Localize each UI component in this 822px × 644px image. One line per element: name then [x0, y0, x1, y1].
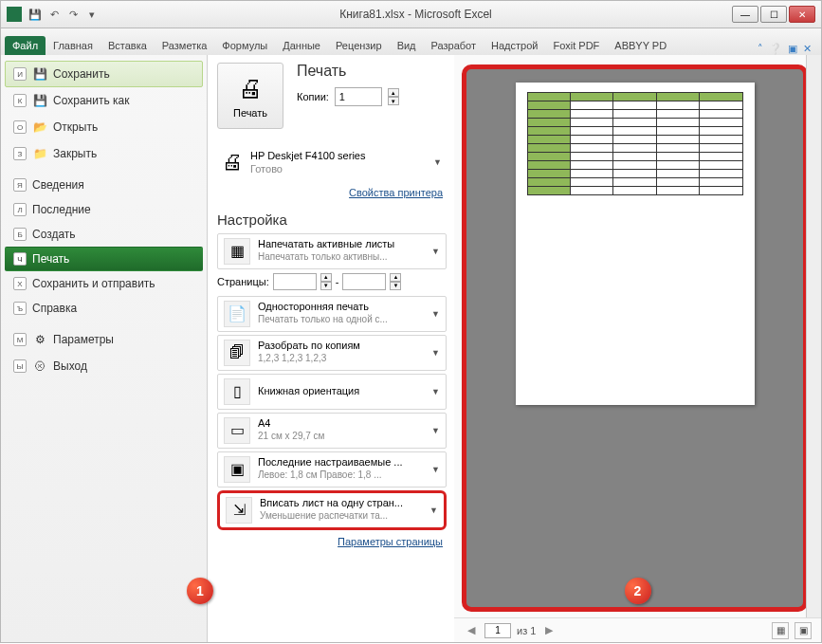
chevron-down-icon: ▼: [433, 157, 442, 167]
orientation-icon: ▯: [224, 378, 250, 405]
opt-collate[interactable]: 🗐 Разобрать по копиям1,2,3 1,2,3 1,2,3 ▼: [217, 335, 447, 371]
tab-layout[interactable]: Разметка: [155, 36, 215, 55]
tab-view[interactable]: Вид: [390, 36, 424, 55]
key-hint: Х: [13, 277, 27, 290]
printer-status: Готово: [250, 162, 426, 175]
chevron-down-icon: ▼: [429, 506, 438, 515]
exit-icon: ⮾: [32, 359, 47, 374]
tab-insert[interactable]: Вставка: [100, 36, 155, 55]
preview-navigation: ◀ из 1 ▶ ▦ ▣: [454, 617, 821, 642]
doc-close-icon[interactable]: ✕: [803, 43, 812, 55]
margins-icon: ▣: [224, 456, 250, 483]
qat-undo-icon[interactable]: ↶: [46, 7, 62, 22]
maximize-button[interactable]: ☐: [760, 6, 787, 23]
opt-sides[interactable]: 📄 Односторонняя печатьПечатать только на…: [217, 296, 447, 332]
sidebar-label: Выход: [53, 359, 87, 373]
page-setup-link[interactable]: Параметры страницы: [217, 536, 443, 547]
close-button[interactable]: ✕: [789, 6, 815, 23]
chevron-down-icon: ▼: [431, 465, 440, 474]
window-titlebar: 💾 ↶ ↷ ▾ Книга81.xlsx - Microsoft Excel —…: [0, 0, 822, 28]
tab-data[interactable]: Данные: [275, 36, 328, 55]
qat-save-icon[interactable]: 💾: [27, 7, 43, 22]
help-icon[interactable]: ❔: [769, 43, 782, 55]
saveas-icon: 💾: [32, 93, 47, 108]
tab-abbyy[interactable]: ABBYY PD: [607, 36, 674, 55]
sidebar-item-share[interactable]: Х Сохранить и отправить: [5, 271, 203, 296]
copies-spinner[interactable]: ▲▼: [388, 88, 399, 105]
tab-foxit[interactable]: Foxit PDF: [545, 36, 607, 55]
print-button-label: Печать: [233, 107, 267, 119]
page-current-input[interactable]: [484, 623, 511, 638]
callout-1: 1: [187, 578, 213, 604]
page-to-spinner[interactable]: ▲▼: [390, 273, 401, 290]
chevron-down-icon: ▼: [431, 426, 440, 435]
tab-home[interactable]: Главная: [46, 36, 100, 55]
page-from-input[interactable]: [273, 273, 317, 290]
qat-redo-icon[interactable]: ↷: [65, 7, 81, 22]
key-hint: З: [13, 147, 27, 160]
key-hint: Б: [13, 228, 27, 241]
zoom-to-page-button[interactable]: ▣: [795, 622, 812, 639]
printer-selector[interactable]: 🖨 HP Deskjet F4100 series Готово ▼: [217, 144, 447, 181]
chevron-down-icon: ▼: [431, 348, 440, 358]
opt-fit-to-page[interactable]: ⇲ Вписать лист на одну стран...Уменьшени…: [217, 490, 447, 530]
print-settings-panel: 🖨 Печать Печать Копии: ▲▼ 🖨 HP Deskjet F…: [208, 55, 454, 642]
quick-access-toolbar: 💾 ↶ ↷ ▾: [27, 7, 100, 22]
sidebar-item-close[interactable]: З 📁 Закрыть: [5, 140, 203, 167]
window-restore-icon[interactable]: ▣: [788, 43, 797, 55]
minimize-ribbon-icon[interactable]: ˄: [758, 43, 763, 55]
print-button[interactable]: 🖨 Печать: [217, 63, 283, 129]
preview-page: [516, 83, 755, 405]
tab-formulas[interactable]: Формулы: [214, 36, 275, 55]
sidebar-label: Сохранить и отправить: [32, 277, 155, 290]
sidebar-item-options[interactable]: М ⚙ Параметры: [5, 326, 203, 353]
sheets-icon: ▦: [224, 238, 250, 265]
sidebar-item-saveas[interactable]: К 💾 Сохранить как: [5, 87, 203, 114]
sidebar-item-recent[interactable]: Л Последние: [5, 197, 203, 222]
sidebar-item-help[interactable]: Ъ Справка: [5, 296, 203, 321]
sidebar-label: Сохранить как: [53, 94, 129, 107]
tab-review[interactable]: Рецензир: [328, 36, 390, 55]
key-hint: Ч: [13, 252, 27, 266]
sidebar-label: Сведения: [32, 178, 84, 192]
sidebar-label: Параметры: [53, 333, 114, 346]
prev-page-button[interactable]: ◀: [464, 624, 479, 636]
printer-properties-link[interactable]: Свойства принтера: [217, 187, 443, 198]
copies-input[interactable]: [335, 87, 382, 106]
sidebar-label: Печать: [32, 252, 69, 266]
sidebar-item-open[interactable]: О 📂 Открыть: [5, 114, 203, 140]
key-hint: Я: [13, 178, 27, 192]
app-icon: [7, 7, 22, 22]
close-doc-icon: 📁: [32, 146, 47, 161]
print-heading: Печать: [297, 63, 399, 80]
pages-range: Страницы: ▲▼ - ▲▼: [217, 273, 447, 290]
chevron-down-icon: ▼: [431, 247, 440, 256]
opt-margins[interactable]: ▣ Последние настраиваемые ...Левое: 1,8 …: [217, 451, 447, 488]
minimize-button[interactable]: —: [732, 6, 758, 23]
show-margins-button[interactable]: ▦: [772, 622, 789, 639]
sidebar-item-exit[interactable]: Ы ⮾ Выход: [5, 353, 203, 379]
options-icon: ⚙: [32, 332, 47, 347]
opt-orientation[interactable]: ▯ Книжная ориентация ▼: [217, 374, 447, 410]
sidebar-item-save[interactable]: И 💾 Сохранить: [5, 61, 203, 87]
key-hint: К: [13, 94, 27, 107]
callout-2: 2: [625, 578, 651, 604]
opt-page-size[interactable]: ▭ A421 см x 29,7 см ▼: [217, 413, 447, 449]
tab-addins[interactable]: Надстрой: [484, 36, 545, 55]
open-icon: 📂: [32, 120, 47, 135]
sidebar-item-new[interactable]: Б Создать: [5, 222, 203, 247]
key-hint: Л: [13, 203, 27, 216]
sidebar-item-print[interactable]: Ч Печать: [5, 247, 203, 271]
save-icon: 💾: [32, 66, 47, 82]
opt-print-sheets[interactable]: ▦ Напечатать активные листыНапечатать то…: [217, 233, 447, 269]
page-to-input[interactable]: [342, 273, 386, 290]
qat-dropdown-icon[interactable]: ▾: [84, 7, 100, 22]
sidebar-item-info[interactable]: Я Сведения: [5, 173, 203, 197]
page-from-spinner[interactable]: ▲▼: [320, 273, 332, 290]
tab-developer[interactable]: Разработ: [424, 36, 484, 55]
preview-scrollbar[interactable]: [806, 55, 821, 617]
page-of-label: из 1: [517, 625, 536, 636]
key-hint: И: [13, 67, 27, 81]
next-page-button[interactable]: ▶: [541, 624, 557, 636]
tab-file[interactable]: Файл: [5, 36, 46, 55]
